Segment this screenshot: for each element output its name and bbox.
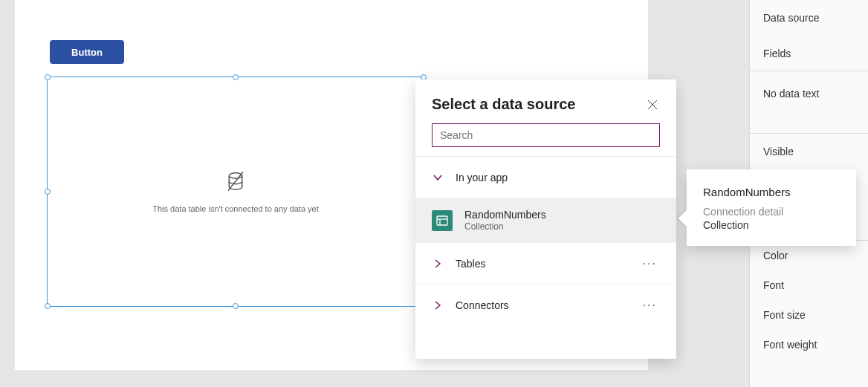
prop-visible[interactable]: Visible bbox=[750, 134, 868, 169]
database-slash-icon bbox=[224, 170, 247, 195]
datatable-empty-state: This data table isn't connected to any d… bbox=[48, 77, 424, 306]
collection-icon bbox=[432, 210, 453, 231]
data-source-name: RandomNumbers bbox=[464, 209, 546, 221]
prop-font[interactable]: Font bbox=[750, 270, 868, 300]
chevron-down-icon bbox=[432, 172, 444, 183]
more-options-icon[interactable]: ··· bbox=[640, 254, 660, 273]
section-label: In your app bbox=[456, 172, 660, 183]
flyout-title: Select a data source bbox=[432, 96, 575, 113]
section-tables[interactable]: Tables ··· bbox=[415, 243, 676, 284]
section-label: Connectors bbox=[456, 299, 628, 311]
search-input[interactable] bbox=[432, 123, 660, 147]
tooltip-detail-label: Connection detail bbox=[703, 206, 840, 218]
close-icon[interactable] bbox=[645, 97, 660, 112]
select-data-source-panel: Select a data source In your app RandomN… bbox=[415, 79, 676, 359]
more-options-icon[interactable]: ··· bbox=[640, 296, 660, 315]
tooltip-title: RandomNumbers bbox=[703, 186, 840, 198]
section-label: Tables bbox=[456, 258, 628, 270]
button-control[interactable]: Button bbox=[50, 40, 124, 64]
prop-data-source[interactable]: Data source bbox=[750, 0, 868, 36]
datatable-control-selected[interactable]: This data table isn't connected to any d… bbox=[47, 77, 424, 307]
data-source-item-randomnumbers[interactable]: RandomNumbers Collection bbox=[415, 198, 676, 243]
tooltip-detail-value: Collection bbox=[703, 219, 840, 231]
prop-font-size[interactable]: Font size bbox=[750, 300, 868, 330]
prop-font-weight[interactable]: Font weight bbox=[750, 330, 868, 360]
section-in-your-app[interactable]: In your app bbox=[415, 157, 676, 198]
data-source-tooltip: RandomNumbers Connection detail Collecti… bbox=[687, 169, 856, 246]
chevron-right-icon bbox=[432, 299, 444, 311]
datatable-empty-message: This data table isn't connected to any d… bbox=[152, 204, 318, 213]
svg-line-1 bbox=[228, 172, 243, 191]
prop-no-data-text[interactable]: No data text bbox=[750, 71, 868, 134]
svg-rect-4 bbox=[437, 216, 447, 225]
section-connectors[interactable]: Connectors ··· bbox=[415, 284, 676, 326]
chevron-right-icon bbox=[432, 258, 444, 270]
data-source-type: Collection bbox=[464, 221, 546, 232]
prop-fields[interactable]: Fields bbox=[750, 36, 868, 71]
